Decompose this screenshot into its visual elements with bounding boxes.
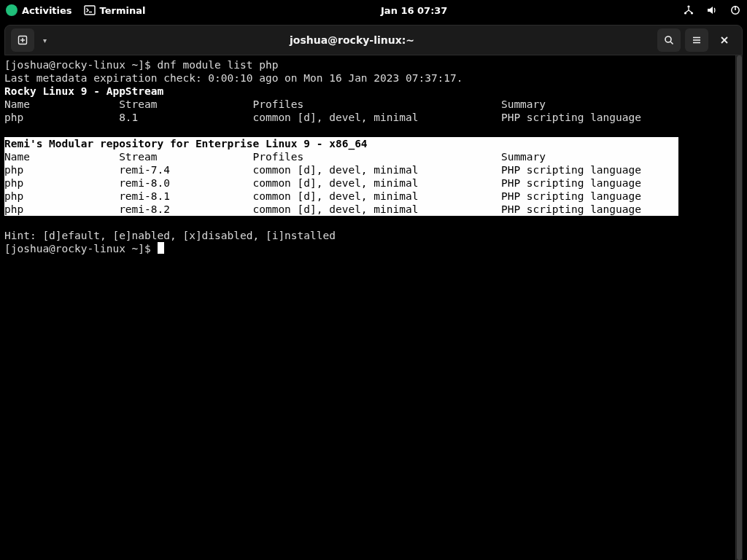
power-icon[interactable] bbox=[729, 4, 741, 16]
network-icon[interactable] bbox=[683, 4, 694, 16]
search-button[interactable] bbox=[657, 28, 681, 52]
svg-point-10 bbox=[665, 36, 671, 42]
terminal-app-icon bbox=[84, 4, 96, 16]
activities-button[interactable]: Activities bbox=[6, 4, 72, 16]
terminal-viewport[interactable]: [joshua@rocky-linux ~]$ dnf module list … bbox=[4, 55, 743, 560]
close-button[interactable] bbox=[713, 28, 736, 52]
hamburger-menu-button[interactable] bbox=[685, 28, 708, 52]
window-title-bar: ▾ joshua@rocky-linux:~ bbox=[4, 25, 743, 55]
volume-icon[interactable] bbox=[706, 4, 718, 16]
rocky-logo-icon bbox=[6, 4, 18, 16]
svg-rect-0 bbox=[85, 6, 95, 15]
active-app-label: Terminal bbox=[100, 5, 146, 16]
active-app-indicator[interactable]: Terminal bbox=[84, 4, 146, 16]
terminal-output: [joshua@rocky-linux ~]$ dnf module list … bbox=[4, 58, 743, 255]
svg-line-11 bbox=[670, 42, 673, 44]
gnome-top-bar: Activities Terminal Jan 16 07:37 bbox=[0, 0, 747, 20]
clock[interactable]: Jan 16 07:37 bbox=[381, 5, 447, 16]
new-tab-button[interactable] bbox=[11, 28, 34, 52]
clock-text: Jan 16 07:37 bbox=[381, 5, 447, 16]
svg-point-2 bbox=[687, 5, 689, 7]
activities-label: Activities bbox=[22, 5, 72, 16]
window-title: joshua@rocky-linux:~ bbox=[47, 34, 657, 46]
